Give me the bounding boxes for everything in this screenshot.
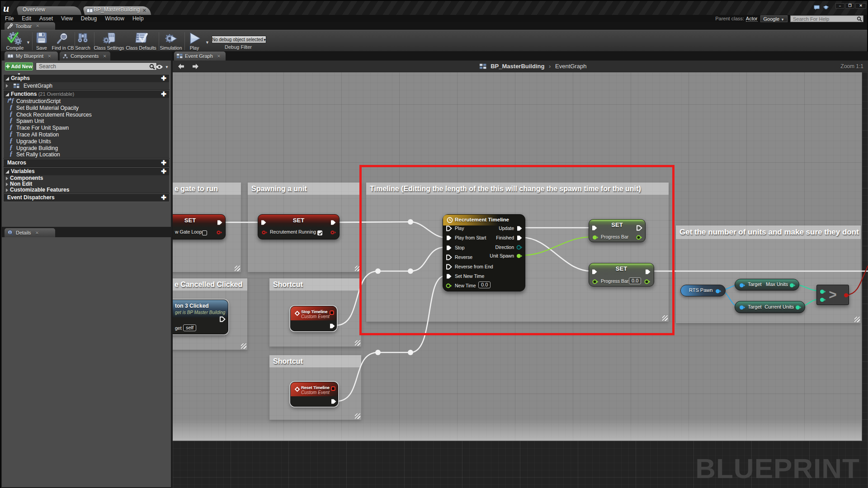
node-stop-timeline-event[interactable]: Stop Timeline Custom Event bbox=[290, 306, 337, 331]
search-engine-dropdown[interactable]: Google ▼ bbox=[760, 15, 788, 22]
tab-my-blueprint[interactable]: My Blueprint ✕ bbox=[5, 52, 58, 61]
function-item[interactable]: ƒUpgrade Units bbox=[4, 138, 169, 145]
graphs-header[interactable]: Graphs ✚ bbox=[4, 75, 169, 82]
delegate-out-pin[interactable] bbox=[330, 310, 334, 315]
menu-window[interactable]: Window bbox=[101, 15, 128, 22]
breadcrumb-root[interactable]: BP_MasterBuilding bbox=[491, 63, 544, 70]
object-out-pin[interactable] bbox=[715, 288, 722, 294]
menu-file[interactable]: File bbox=[1, 15, 18, 22]
debug-object-select[interactable]: No debug object selected▼ bbox=[212, 36, 266, 43]
class-settings-button[interactable]: Class Settings bbox=[93, 31, 125, 51]
event-dispatchers-header[interactable]: Event Dispatchers ✚ bbox=[4, 194, 169, 202]
exec-out-pin[interactable] bbox=[330, 220, 336, 225]
gate-loop-checkbox[interactable] bbox=[202, 230, 207, 235]
delegate-out-pin[interactable] bbox=[331, 386, 335, 391]
tab-event-graph[interactable]: Event Graph ✕ bbox=[174, 52, 226, 61]
menu-view[interactable]: View bbox=[57, 15, 77, 22]
int-out-pin[interactable] bbox=[789, 282, 796, 288]
tab-details[interactable]: i Details ✕ bbox=[5, 228, 55, 237]
menu-help[interactable]: Help bbox=[128, 15, 148, 22]
tab-details-close-icon[interactable]: ✕ bbox=[35, 230, 39, 235]
close-button[interactable]: ✕ bbox=[855, 3, 866, 9]
maximize-button[interactable]: ❐ bbox=[845, 3, 854, 9]
function-item[interactable]: ƒCheck Recrutement Resources bbox=[4, 112, 169, 118]
exec-out-pin[interactable] bbox=[330, 323, 335, 329]
int-in-pin-a[interactable] bbox=[820, 289, 826, 295]
function-item[interactable]: ƒSet Rally Location bbox=[4, 151, 169, 158]
functions-add-icon[interactable]: ✚ bbox=[161, 90, 166, 98]
feedback-bubble-icon[interactable] bbox=[814, 5, 820, 10]
toolbar-tab-close-icon[interactable]: ✕ bbox=[36, 23, 39, 28]
class-defaults-button[interactable]: Class Defaults bbox=[124, 31, 158, 51]
recrutement-running-checkbox[interactable] bbox=[317, 230, 322, 235]
eventgraph-expand-icon[interactable] bbox=[6, 84, 8, 88]
function-item[interactable]: ↱ƒConstructionScript bbox=[4, 98, 169, 105]
macros-header[interactable]: Macros ✚ bbox=[4, 159, 169, 167]
tab-close-icon[interactable]: ✕ bbox=[142, 8, 146, 14]
simulation-button[interactable]: Simulation bbox=[157, 31, 185, 51]
functions-header[interactable]: Functions (21 Overridable) ✚ bbox=[4, 90, 169, 98]
search-button[interactable]: Search bbox=[70, 31, 96, 51]
compile-button[interactable]: Compile bbox=[2, 31, 28, 51]
target-self-value[interactable]: self bbox=[183, 324, 196, 331]
function-item[interactable]: ƒUpgrade Building bbox=[4, 145, 169, 152]
bool-out-pin[interactable] bbox=[330, 230, 336, 235]
int-out-pin[interactable] bbox=[795, 305, 802, 310]
components-expand-icon[interactable] bbox=[6, 177, 8, 180]
variables-header[interactable]: Variables ✚ bbox=[4, 168, 169, 175]
graph-viewport[interactable]: BLUEPRINT e gate to run Spawning a unit … bbox=[173, 72, 868, 488]
tab-my-blueprint-close-icon[interactable]: ✕ bbox=[47, 54, 51, 59]
function-item[interactable]: ƒSet Build Material Opacity bbox=[4, 105, 169, 112]
node-get-current-units[interactable]: Target Current Units bbox=[735, 301, 805, 313]
bool-out-pin[interactable] bbox=[216, 230, 222, 235]
non-edit-expand-icon[interactable] bbox=[6, 183, 8, 186]
variables-add-icon[interactable]: ✚ bbox=[161, 168, 166, 175]
nav-back-icon[interactable] bbox=[177, 63, 185, 70]
object-in-pin[interactable] bbox=[739, 282, 745, 288]
tab-bp-masterbuilding[interactable]: BP_MasterBuilding ✕ bbox=[84, 6, 150, 15]
event-dispatchers-add-icon[interactable]: ✚ bbox=[161, 194, 166, 202]
menu-edit[interactable]: Edit bbox=[18, 15, 35, 22]
add-new-button[interactable]: ✚ Add New ▼ bbox=[5, 62, 33, 70]
function-item[interactable]: ƒTrace For Unit Spawn bbox=[4, 125, 169, 131]
object-in-pin[interactable] bbox=[739, 305, 745, 310]
parent-class-link[interactable]: Actor bbox=[746, 16, 758, 22]
blueprint-search-input[interactable]: Search bbox=[36, 62, 157, 70]
breadcrumb-current[interactable]: EventGraph bbox=[555, 63, 586, 70]
function-item[interactable]: ƒTrace All Rotation bbox=[4, 131, 169, 138]
macros-add-icon[interactable]: ✚ bbox=[161, 159, 166, 167]
node-greater-than[interactable]: > bbox=[816, 285, 849, 305]
graphs-add-icon[interactable]: ✚ bbox=[161, 75, 166, 82]
variable-category-customizable[interactable]: Customizable Features bbox=[4, 187, 169, 193]
node-reset-timeline-event[interactable]: Reset Timeline Custom Event bbox=[290, 382, 338, 407]
node-get-max-units[interactable]: Target Max Units bbox=[735, 279, 799, 291]
function-item[interactable]: ƒSpawn Unit bbox=[4, 118, 169, 125]
tab-event-graph-close-icon[interactable]: ✕ bbox=[217, 54, 221, 59]
tab-overview[interactable]: Overview bbox=[17, 6, 80, 15]
node-get-rts-pawn[interactable]: RTS Pawn bbox=[680, 285, 726, 296]
customizable-expand-icon[interactable] bbox=[6, 188, 8, 192]
play-options-caret[interactable]: ▼ bbox=[205, 40, 209, 45]
menu-debug[interactable]: Debug bbox=[77, 15, 101, 22]
tab-components[interactable]: Components ✕ bbox=[60, 52, 110, 61]
node-set-gate-loop[interactable]: SET w Gate Loop bbox=[173, 214, 226, 239]
exec-out-pin[interactable] bbox=[217, 220, 223, 225]
node-button3-clicked-event[interactable]: ton 3 Clicked get is BP Master Building … bbox=[173, 300, 228, 334]
tutorial-cap-icon[interactable] bbox=[823, 5, 829, 10]
exec-in-pin[interactable] bbox=[261, 220, 267, 225]
toolbar-tab[interactable]: Toolbar ✕ bbox=[5, 22, 55, 30]
bool-out-pin[interactable] bbox=[844, 292, 850, 298]
minimize-button[interactable]: – bbox=[835, 3, 844, 9]
exec-out-pin[interactable] bbox=[220, 316, 226, 322]
exec-out-pin[interactable] bbox=[331, 399, 337, 404]
int-in-pin-b[interactable] bbox=[820, 297, 826, 303]
help-search-input[interactable]: Search For Help bbox=[790, 15, 863, 22]
node-set-recrutement-running[interactable]: SET Recrutement Running bbox=[258, 214, 340, 239]
play-button[interactable]: Play bbox=[182, 31, 207, 51]
graph-item-eventgraph[interactable]: EventGraph bbox=[4, 82, 169, 89]
target-label: Target bbox=[748, 304, 762, 310]
bool-in-pin[interactable] bbox=[261, 230, 268, 235]
visibility-filter-button[interactable]: ▼ bbox=[156, 63, 169, 71]
tab-components-close-icon[interactable]: ✕ bbox=[103, 54, 106, 59]
menu-asset[interactable]: Asset bbox=[35, 15, 57, 22]
